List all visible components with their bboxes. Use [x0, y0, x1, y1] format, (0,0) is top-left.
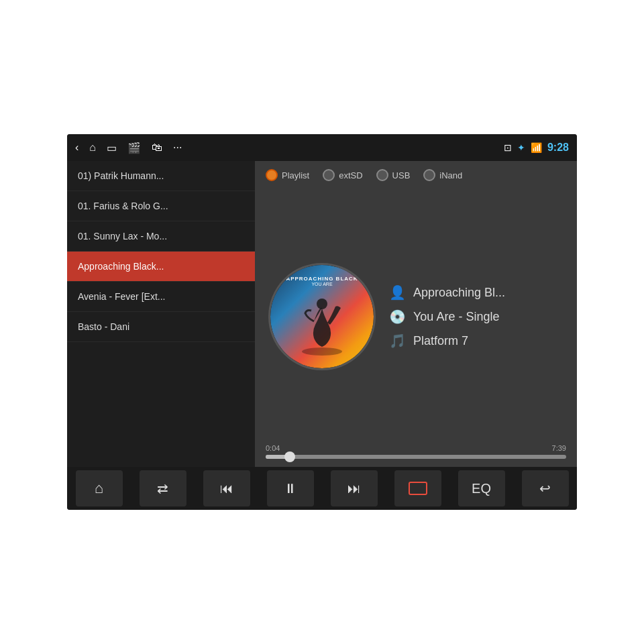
more-nav-icon[interactable]: ···: [173, 142, 182, 154]
player-panel: PlaylistextSDUSBiNand APPROACHING BLACK …: [255, 161, 577, 467]
camera-nav-icon[interactable]: 🎬: [127, 142, 141, 154]
playlist-item-5[interactable]: Avenia - Fever [Ext...: [67, 282, 255, 312]
silhouette-icon: [295, 294, 349, 362]
eq-button[interactable]: EQ: [458, 470, 505, 506]
total-time: 7:39: [552, 444, 566, 452]
time-display: 9:28: [547, 142, 569, 154]
status-bar: ‹ ⌂ ▭ 🎬 🛍 ··· ⊡ ✦ 📶 9:28: [67, 134, 577, 161]
album-text: You Are - Single: [413, 310, 499, 324]
progress-area: 0:04 7:39: [255, 444, 577, 467]
prev-button[interactable]: ⏮: [203, 470, 250, 506]
home-button[interactable]: ⌂: [76, 470, 123, 506]
current-time: 0:04: [266, 444, 280, 452]
progress-times: 0:04 7:39: [266, 444, 566, 452]
genre-text: Platform 7: [413, 334, 468, 348]
now-playing: APPROACHING BLACK YOU ARE: [255, 189, 577, 444]
svg-point-0: [302, 347, 342, 356]
source-btn-iNand[interactable]: iNand: [423, 169, 462, 181]
back-nav-icon[interactable]: ‹: [75, 142, 78, 154]
progress-thumb[interactable]: [284, 451, 295, 462]
svg-point-1: [317, 299, 327, 309]
album-art-title: APPROACHING BLACK: [286, 276, 358, 282]
album-art-inner: APPROACHING BLACK YOU ARE: [270, 265, 374, 368]
source-dot-iNand: [423, 169, 435, 181]
playlist-item-2[interactable]: 01. Farius & Rolo G...: [67, 191, 255, 221]
source-label-USB: USB: [392, 170, 411, 180]
home-nav-icon[interactable]: ⌂: [89, 142, 96, 154]
album-art-subtitle: YOU ARE: [286, 282, 358, 286]
playlist-item-4[interactable]: Approaching Black...: [67, 252, 255, 282]
album-art-text: APPROACHING BLACK YOU ARE: [286, 276, 358, 286]
nav-controls: ‹ ⌂ ▭ 🎬 🛍 ···: [75, 142, 182, 154]
bag-nav-icon[interactable]: 🛍: [152, 142, 162, 154]
playlist-item-6[interactable]: Basto - Dani: [67, 312, 255, 342]
source-label-extSD: extSD: [339, 170, 362, 180]
repeat-icon: [409, 482, 427, 495]
playlist-item-3[interactable]: 01. Sunny Lax - Mo...: [67, 221, 255, 252]
playlist-item-1[interactable]: 01) Patrik Humann...: [67, 161, 255, 191]
source-dot-playlist: [266, 169, 278, 181]
source-btn-playlist[interactable]: Playlist: [266, 169, 309, 181]
bottom-controls: ⌂ ⇄ ⏮ ⏸ ⏭ EQ ↩: [67, 467, 577, 510]
artist-row: 👤 Approaching Bl...: [389, 284, 564, 301]
music-icon: 🎵: [389, 333, 405, 349]
artist-icon: 👤: [389, 284, 405, 301]
main-content: 01) Patrik Humann...01. Farius & Rolo G.…: [67, 161, 577, 467]
source-btn-extSD[interactable]: extSD: [323, 169, 362, 181]
source-selector: PlaylistextSDUSBiNand: [255, 161, 577, 189]
source-dot-USB: [376, 169, 388, 181]
pause-button[interactable]: ⏸: [267, 470, 314, 506]
playlist-panel: 01) Patrik Humann...01. Farius & Rolo G.…: [67, 161, 255, 467]
album-row: 💿 You Are - Single: [389, 309, 564, 325]
album-art: APPROACHING BLACK YOU ARE: [268, 263, 376, 370]
bluetooth-icon: ✦: [517, 142, 525, 153]
wifi-icon: 📶: [531, 142, 542, 153]
repeat-button[interactable]: [394, 470, 441, 506]
artist-text: Approaching Bl...: [413, 286, 505, 300]
source-label-playlist: Playlist: [282, 170, 309, 180]
status-icons: ⊡ ✦ 📶 9:28: [504, 142, 569, 154]
track-info: 👤 Approaching Bl... 💿 You Are - Single 🎵…: [389, 284, 564, 349]
genre-row: 🎵 Platform 7: [389, 333, 564, 349]
source-label-iNand: iNand: [439, 170, 462, 180]
next-button[interactable]: ⏭: [331, 470, 378, 506]
back-button[interactable]: ↩: [522, 470, 569, 506]
cast-icon: ⊡: [504, 142, 512, 153]
source-dot-extSD: [323, 169, 335, 181]
device-frame: ‹ ⌂ ▭ 🎬 🛍 ··· ⊡ ✦ 📶 9:28 01) Patrik Huma…: [67, 134, 577, 510]
shuffle-button[interactable]: ⇄: [140, 470, 186, 506]
progress-bar[interactable]: [266, 455, 566, 459]
album-icon: 💿: [389, 309, 405, 325]
source-btn-USB[interactable]: USB: [376, 169, 411, 181]
recent-nav-icon[interactable]: ▭: [107, 142, 117, 154]
